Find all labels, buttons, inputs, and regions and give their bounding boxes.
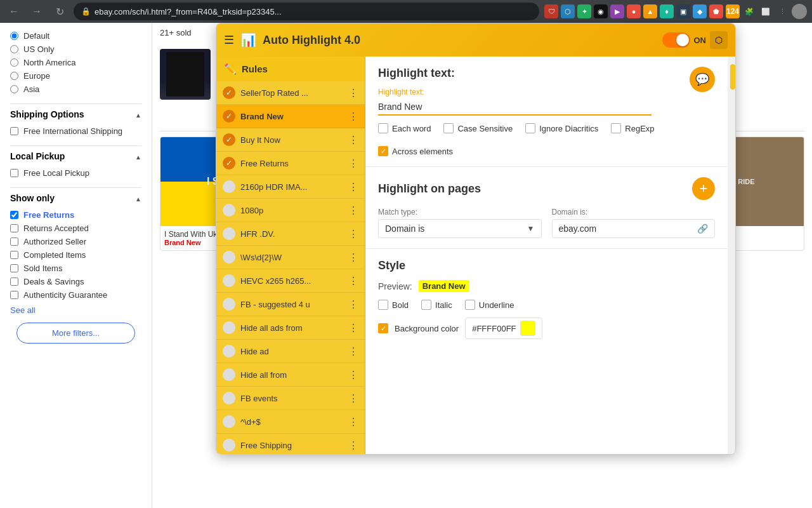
ext-icon-5[interactable]: ▶ (610, 4, 624, 18)
show-deals-savings[interactable]: Deals & Savings (10, 275, 141, 288)
rule-item-seller-top[interactable]: ✓ SellerTop Rated ... ⋮ (216, 81, 365, 105)
each-word-checkbox[interactable] (378, 123, 388, 133)
back-button[interactable]: ← (5, 3, 23, 20)
show-free-returns[interactable]: Free Returns (10, 208, 141, 222)
rule-item-free-shipping[interactable]: Free Shipping ⋮ (216, 434, 365, 454)
ext-icon-4[interactable]: ◉ (594, 4, 608, 18)
case-sensitive-checkbox[interactable] (443, 123, 454, 133)
rule-dots-fb-events[interactable]: ⋮ (348, 392, 358, 404)
rule-dots-2160p[interactable]: ⋮ (348, 181, 358, 193)
rule-dots-hevc[interactable]: ⋮ (348, 275, 358, 287)
see-all-link[interactable]: See all (10, 305, 36, 315)
add-rule-button[interactable]: + (692, 177, 715, 200)
show-completed-items[interactable]: Completed Items (10, 248, 141, 262)
cb-ignore-diacritics[interactable]: Ignore Diacritics (525, 123, 598, 133)
rule-dots-fb-suggested[interactable]: ⋮ (348, 298, 358, 311)
authenticity-cb[interactable] (10, 291, 18, 299)
rule-item-hide-ad[interactable]: Hide ad ⋮ (216, 340, 365, 363)
location-default[interactable]: Default (10, 29, 141, 43)
bg-color-checkbox[interactable]: ✓ (378, 323, 388, 333)
cb-italic[interactable]: Italic (421, 300, 452, 310)
bold-checkbox[interactable] (378, 300, 388, 310)
rule-item-fb-events[interactable]: FB events ⋮ (216, 387, 365, 410)
ext-icon-9[interactable]: ▣ (676, 4, 690, 18)
rule-dots-hide-all[interactable]: ⋮ (348, 369, 358, 381)
rule-item-digit[interactable]: ^\d+$ ⋮ (216, 410, 365, 434)
ext-icon-6[interactable]: ● (627, 4, 641, 18)
free-intl-shipping[interactable]: Free International Shipping (10, 124, 141, 138)
rule-item-hide-ads[interactable]: Hide all ads from ⋮ (216, 316, 365, 340)
show-authorized-seller[interactable]: Authorized Seller (10, 235, 141, 248)
ext-icon-highlight[interactable]: 124 (726, 4, 740, 18)
cb-underline[interactable]: Underline (465, 300, 514, 310)
cb-case-sensitive[interactable]: Case Sensitive (443, 123, 513, 133)
ext-icon-1[interactable]: 🛡 (544, 4, 558, 18)
italic-checkbox[interactable] (421, 300, 431, 310)
location-default-radio[interactable] (10, 32, 18, 40)
ext-icon-2[interactable]: ⬡ (561, 4, 575, 18)
across-elements-checkbox[interactable]: ✓ (378, 146, 388, 156)
free-local-pickup[interactable]: Free Local Pickup (10, 166, 141, 180)
rule-dots-hide-ads[interactable]: ⋮ (348, 322, 358, 334)
scrollbar[interactable] (728, 57, 735, 454)
ext-icon-10[interactable]: ◆ (693, 4, 707, 18)
location-north-america[interactable]: North America (10, 56, 141, 69)
highlight-text-input[interactable] (378, 99, 652, 116)
ignore-diacritics-checkbox[interactable] (525, 123, 535, 133)
rule-item-1080p[interactable]: 1080p ⋮ (216, 199, 365, 222)
regexp-checkbox[interactable] (611, 123, 621, 133)
toggle-switch[interactable] (662, 32, 690, 48)
free-returns-cb[interactable] (10, 211, 18, 219)
cb-each-word[interactable]: Each word (378, 123, 431, 133)
deals-savings-cb[interactable] (10, 277, 18, 286)
returns-accepted-cb[interactable] (10, 224, 18, 232)
free-local-pickup-cb[interactable] (10, 169, 18, 177)
hamburger-menu[interactable]: ☰ (224, 33, 234, 47)
rule-dots-1080p[interactable]: ⋮ (348, 204, 358, 217)
rule-item-2160p[interactable]: 2160p HDR IMA... ⋮ (216, 175, 365, 199)
shipping-heading[interactable]: Shipping Options (10, 109, 141, 119)
ext-expand-button[interactable]: ⬡ (710, 31, 728, 49)
cb-across-elements[interactable]: ✓ Across elements (378, 146, 453, 156)
refresh-button[interactable]: ↻ (51, 3, 69, 20)
location-eu-radio[interactable] (10, 72, 18, 80)
product-image[interactable] (160, 49, 211, 100)
ext-icon-8[interactable]: ♦ (660, 4, 674, 18)
ext-icon-11[interactable]: ⬟ (709, 4, 723, 18)
location-us-radio[interactable] (10, 45, 18, 53)
cb-regexp[interactable]: RegExp (611, 123, 654, 133)
free-intl-shipping-cb[interactable] (10, 127, 18, 135)
ext-icon-7[interactable]: ▲ (643, 4, 657, 18)
rule-item-buy-it-now[interactable]: ✓ Buy It Now ⋮ (216, 128, 365, 152)
rule-dots-free-returns[interactable]: ⋮ (348, 157, 358, 170)
rule-dots-hfr[interactable]: ⋮ (348, 228, 358, 240)
address-bar[interactable]: 🔒 ebay.com/sch/i.html?_from=R40&_trksid=… (74, 3, 539, 20)
rule-dots-seller-top[interactable]: ⋮ (348, 87, 358, 99)
rule-dots-digit[interactable]: ⋮ (348, 416, 358, 428)
rule-item-regex[interactable]: \Ws\d{2}\W ⋮ (216, 246, 365, 269)
rule-dots-free-shipping[interactable]: ⋮ (348, 439, 358, 451)
forward-button[interactable]: → (28, 3, 46, 20)
rule-item-free-returns[interactable]: ✓ Free Returns ⋮ (216, 152, 365, 175)
location-na-radio[interactable] (10, 58, 18, 67)
rule-item-hfr[interactable]: HFR .DV. ⋮ (216, 222, 365, 246)
show-sold-items[interactable]: Sold Items (10, 262, 141, 275)
domain-input-wrap[interactable]: ebay.com 🔗 (552, 219, 716, 238)
rule-dots-regex[interactable]: ⋮ (348, 251, 358, 264)
show-only-heading[interactable]: Show only (10, 193, 141, 203)
ext-icon-puzzle[interactable]: 🧩 (742, 4, 756, 18)
rule-item-fb-suggested[interactable]: FB - suggested 4 u ⋮ (216, 293, 365, 316)
rule-item-brand-new[interactable]: ✓ Brand New ⋮ (216, 105, 365, 128)
show-returns-accepted[interactable]: Returns Accepted (10, 222, 141, 235)
rule-dots-hide-ad[interactable]: ⋮ (348, 345, 358, 358)
location-asia-radio[interactable] (10, 85, 18, 93)
authorized-seller-cb[interactable] (10, 237, 18, 246)
more-filters-button[interactable]: More filters... (16, 323, 134, 344)
ext-icon-window[interactable]: ⬜ (759, 4, 773, 18)
ext-icon-menu[interactable]: ⋮ (775, 4, 789, 18)
profile-icon[interactable] (792, 4, 807, 19)
rule-dots-buy-it-now[interactable]: ⋮ (348, 134, 358, 146)
location-asia[interactable]: Asia (10, 83, 141, 96)
location-us-only[interactable]: US Only (10, 43, 141, 56)
completed-items-cb[interactable] (10, 251, 18, 259)
